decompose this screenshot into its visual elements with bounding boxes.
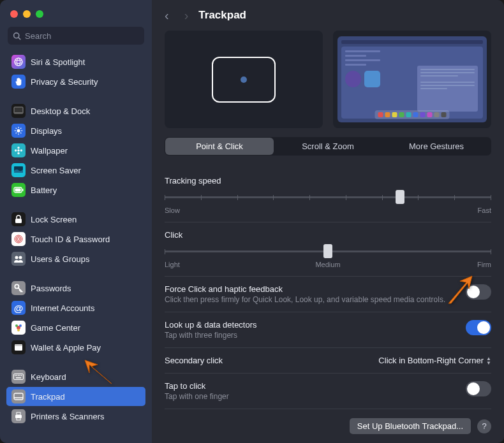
svg-point-3 [15, 61, 22, 64]
sidebar: Siri & SpotlightPrivacy & SecurityDeskto… [0, 0, 152, 443]
sidebar-item-wallpaper[interactable]: Wallpaper [6, 141, 145, 160]
trackpad-preview [165, 31, 323, 128]
tap-toggle[interactable] [466, 381, 491, 396]
sidebar-item-siri-spotlight[interactable]: Siri & Spotlight [6, 52, 145, 71]
svg-point-0 [14, 33, 19, 38]
sidebar-item-label: Users & Groups [31, 254, 89, 264]
main-pane: ‹ › Trackpad [152, 0, 504, 443]
sidebar-item-label: Game Center [31, 323, 80, 333]
sidebar-item-label: Wallpaper [31, 146, 68, 156]
search-field[interactable] [8, 27, 144, 45]
chevron-updown-icon: ▲▼ [486, 356, 491, 365]
svg-line-12 [16, 128, 17, 129]
force-click-toggle[interactable] [466, 284, 491, 300]
gesture-preview [333, 31, 491, 128]
sidebar-item-label: Screen Saver [31, 166, 81, 175]
tracking-speed-slider[interactable] [165, 191, 491, 203]
svg-point-18 [17, 152, 20, 155]
setting-click: Click Light Medium Firm [165, 222, 491, 277]
minimize-button[interactable] [23, 10, 31, 18]
sidebar-item-privacy-security[interactable]: Privacy & Security [6, 72, 145, 91]
sidebar-item-printers-scanners[interactable]: Printers & Scanners [6, 407, 145, 426]
lookup-label: Look up & data detectors [165, 320, 257, 330]
svg-line-13 [20, 133, 21, 133]
svg-rect-43 [21, 375, 22, 376]
lookup-toggle[interactable] [466, 320, 491, 335]
battery-icon [11, 183, 26, 197]
sidebar-item-lock-screen[interactable]: Lock Screen [6, 210, 145, 229]
sidebar-item-label: Touch ID & Password [31, 235, 110, 244]
svg-rect-42 [20, 375, 21, 376]
sidebar-list: Siri & SpotlightPrivacy & SecurityDeskto… [0, 52, 152, 443]
svg-point-28 [17, 238, 20, 240]
keyboard-icon [11, 370, 26, 384]
sidebar-item-passwords[interactable]: Passwords [6, 279, 145, 298]
close-button[interactable] [10, 10, 18, 18]
game-icon [11, 321, 26, 335]
sidebar-item-touch-id-password[interactable]: Touch ID & Password [6, 229, 145, 249]
sidebar-item-label: Trackpad [31, 392, 65, 402]
wallet-icon [11, 340, 26, 354]
svg-rect-48 [17, 412, 20, 415]
screen-icon [11, 163, 26, 177]
sidebar-item-screen-saver[interactable]: Screen Saver [6, 161, 145, 180]
setting-force-click: Force Click and haptic feedback Click th… [165, 277, 491, 312]
setup-bluetooth-button[interactable]: Set Up Bluetooth Trackpad... [350, 418, 471, 434]
svg-point-35 [17, 329, 20, 331]
tab-point-click[interactable]: Point & Click [165, 138, 274, 155]
sidebar-item-trackpad[interactable]: Trackpad [6, 387, 145, 406]
svg-point-2 [15, 58, 22, 66]
secondary-click-select[interactable]: Click in Bottom-Right Corner ▲▼ [378, 356, 491, 365]
sidebar-item-label: Privacy & Security [31, 77, 98, 87]
click-label: Click [165, 230, 491, 240]
hand-icon [11, 75, 26, 89]
sidebar-item-displays[interactable]: Displays [6, 121, 145, 140]
sidebar-item-label: Lock Screen [31, 215, 77, 224]
svg-rect-23 [22, 189, 24, 191]
click-slider[interactable] [165, 245, 491, 258]
svg-rect-25 [15, 219, 22, 223]
sidebar-item-label: Battery [31, 185, 57, 195]
sidebar-item-label: Siri & Spotlight [31, 57, 85, 67]
svg-rect-24 [15, 189, 21, 192]
tab-scroll-zoom[interactable]: Scroll & Zoom [274, 138, 382, 155]
trackpad-icon [212, 57, 276, 103]
svg-point-7 [17, 129, 20, 132]
sidebar-item-label: Printers & Scanners [31, 412, 105, 421]
tab-more-gestures[interactable]: More Gestures [382, 138, 491, 155]
sidebar-item-label: Keyboard [31, 372, 66, 382]
sidebar-item-battery[interactable]: Battery [6, 180, 145, 200]
trackpad-icon [11, 389, 26, 403]
flower-icon [11, 143, 26, 157]
help-button[interactable]: ? [477, 419, 491, 433]
svg-line-15 [20, 128, 21, 129]
sidebar-item-label: Wallet & Apple Pay [31, 343, 101, 352]
search-input[interactable] [25, 31, 139, 41]
sidebar-item-label: Displays [31, 126, 62, 136]
sidebar-item-keyboard[interactable]: Keyboard [6, 367, 145, 386]
system-settings-window: Siri & SpotlightPrivacy & SecurityDeskto… [0, 0, 504, 443]
setting-secondary-click: Secondary click Click in Bottom-Right Co… [165, 348, 491, 374]
back-button[interactable]: ‹ [165, 9, 169, 22]
svg-rect-44 [16, 377, 21, 379]
maximize-button[interactable] [36, 10, 43, 18]
force-click-sub: Click then press firmly for Quick Look, … [165, 295, 445, 304]
svg-point-19 [15, 149, 17, 152]
svg-rect-6 [15, 112, 22, 113]
forward-button[interactable]: › [184, 9, 189, 22]
sidebar-item-wallet-apple-pay[interactable]: Wallet & Apple Pay [6, 338, 145, 357]
sidebar-item-desktop-dock[interactable]: Desktop & Dock [6, 101, 145, 120]
setting-lookup: Look up & data detectors Tap with three … [165, 312, 491, 348]
secondary-click-label: Secondary click [165, 356, 223, 365]
lock-icon [11, 212, 26, 226]
sidebar-item-users-groups[interactable]: Users & Groups [6, 249, 145, 268]
sidebar-item-game-center[interactable]: Game Center [6, 318, 145, 337]
sidebar-item-internet-accounts[interactable]: @Internet Accounts [6, 298, 145, 317]
svg-rect-40 [17, 375, 18, 376]
svg-line-1 [19, 37, 20, 39]
svg-point-29 [15, 256, 19, 259]
svg-point-20 [20, 149, 23, 152]
printer-icon [11, 409, 26, 423]
setting-tracking-speed: Tracking speed Slow Fast [165, 168, 491, 222]
svg-point-4 [17, 58, 20, 66]
